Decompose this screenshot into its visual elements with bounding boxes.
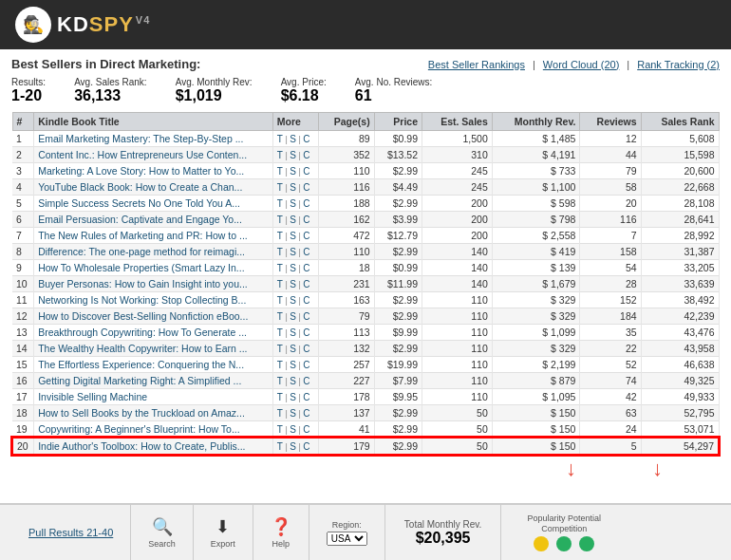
cell-num: 1 [12, 131, 34, 147]
cell-sales: 140 [422, 244, 493, 260]
region-select[interactable]: Region: USA [309, 505, 385, 560]
cell-sales: 1,500 [422, 131, 493, 147]
cell-price: $2.99 [374, 163, 422, 179]
category-label: Best Sellers in Direct Marketing: [11, 57, 200, 71]
table-row: 12 How to Discover Best-Selling Nonficti… [12, 308, 719, 325]
col-header-more: More [272, 113, 318, 131]
search-button[interactable]: 🔍 Search [131, 505, 194, 560]
cell-price: $2.99 [374, 438, 422, 455]
cell-title: The Effortless Experience: Conquering th… [34, 357, 273, 373]
competition-dot [579, 536, 594, 551]
help-label: Help [272, 539, 291, 549]
cell-reviews: 74 [580, 373, 641, 389]
table-row: 8 Difference: The one-page method for re… [12, 244, 719, 260]
cell-pages: 163 [318, 292, 374, 308]
arrow-indicators: ↓ ↓ [11, 457, 720, 481]
cell-sales: 140 [422, 276, 493, 292]
cell-title: YouTube Black Book: How to Create a Chan… [34, 179, 273, 196]
cell-title: How to Discover Best-Selling Nonfiction … [34, 308, 273, 325]
table-row: 2 Content Inc.: How Entrepreneurs Use Co… [12, 147, 719, 163]
cell-title: Buyer Personas: How to Gain Insight into… [34, 276, 273, 292]
cell-rank: 31,387 [641, 244, 719, 260]
col-header-price: Price [374, 113, 422, 131]
avg-rank-val: 36,133 [74, 87, 147, 104]
avg-reviews-label: Avg. No. Reviews: [355, 77, 433, 87]
cell-pages: 188 [318, 196, 374, 212]
cell-num: 8 [12, 244, 34, 260]
cell-reviews: 52 [580, 357, 641, 373]
cell-more: T | S | C [272, 212, 318, 228]
cell-rev: $ 2,558 [492, 228, 580, 244]
cell-num: 19 [12, 421, 34, 439]
rank-tracking-link[interactable]: Rank Tracking (2) [637, 59, 720, 70]
cell-more: T | S | C [272, 179, 318, 196]
cell-title: Getting Digital Marketing Right: A Simpl… [34, 373, 273, 389]
cell-sales: 110 [422, 389, 493, 405]
table-row: 6 Email Persuasion: Captivate and Engage… [12, 212, 719, 228]
cell-sales: 110 [422, 325, 493, 341]
col-header-num: # [12, 113, 34, 131]
cell-price: $9.95 [374, 389, 422, 405]
table-row: 15 The Effortless Experience: Conquering… [12, 357, 719, 373]
logo-icon: 🕵️ [15, 7, 51, 43]
cell-rank: 28,108 [641, 196, 719, 212]
cell-title: How To Wholesale Properties (Smart Lazy … [34, 260, 273, 276]
col-header-pages: Page(s) [318, 113, 374, 131]
cell-rank: 49,933 [641, 389, 719, 405]
cell-more: T | S | C [272, 438, 318, 455]
logo-v4: V4 [136, 14, 150, 26]
cell-pages: 110 [318, 244, 374, 260]
cell-sales: 50 [422, 405, 493, 421]
cell-reviews: 28 [580, 276, 641, 292]
cell-price: $3.99 [374, 212, 422, 228]
indicator-dots [534, 536, 594, 551]
cell-rev: $ 879 [492, 373, 580, 389]
cell-more: T | S | C [272, 244, 318, 260]
help-button[interactable]: ❓ Help [253, 505, 309, 560]
cell-more: T | S | C [272, 163, 318, 179]
cell-title: Simple Success Secrets No One Told You A… [34, 196, 273, 212]
pull-results-link[interactable]: Pull Results 21-40 [11, 505, 131, 560]
cell-reviews: 184 [580, 308, 641, 325]
cell-pages: 79 [318, 308, 374, 325]
export-button[interactable]: ⬇ Export [194, 505, 253, 560]
cell-price: $2.99 [374, 421, 422, 439]
word-cloud-link[interactable]: Word Cloud (20) [543, 59, 620, 70]
table-row: 9 How To Wholesale Properties (Smart Laz… [12, 260, 719, 276]
stat-avg-rev: Avg. Monthly Rev: $1,019 [176, 77, 253, 104]
cell-rev: $ 4,191 [492, 147, 580, 163]
category-name: Direct Marketing: [100, 57, 200, 71]
cell-more: T | S | C [272, 421, 318, 439]
cell-rev: $ 1,100 [492, 179, 580, 196]
cell-more: T | S | C [272, 373, 318, 389]
cell-price: $2.99 [374, 292, 422, 308]
region-dropdown[interactable]: USA [327, 532, 367, 546]
cell-rank: 28,641 [641, 212, 719, 228]
results-table: # Kindle Book Title More Page(s) Price E… [11, 112, 720, 456]
table-row: 13 Breakthrough Copywriting: How To Gene… [12, 325, 719, 341]
col-header-reviews: Reviews [580, 113, 641, 131]
cell-title: Invisible Selling Machine [34, 389, 273, 405]
cell-rank: 15,598 [641, 147, 719, 163]
cell-more: T | S | C [272, 260, 318, 276]
cell-pages: 137 [318, 405, 374, 421]
region-label: Region: [332, 520, 362, 530]
cell-num: 9 [12, 260, 34, 276]
cell-rank: 22,668 [641, 179, 719, 196]
logo-spy: SPY [89, 12, 134, 36]
cell-reviews: 22 [580, 341, 641, 357]
cell-num: 11 [12, 292, 34, 308]
cell-rev: $ 150 [492, 438, 580, 455]
cell-title: Indie Author's Toolbox: How to Create, P… [34, 438, 273, 455]
top-links: Best Seller Rankings | Word Cloud (20) |… [428, 59, 720, 70]
help-icon: ❓ [271, 516, 291, 537]
cell-num: 5 [12, 196, 34, 212]
cell-reviews: 24 [580, 421, 641, 439]
best-seller-link[interactable]: Best Seller Rankings [428, 59, 525, 70]
cell-rank: 33,639 [641, 276, 719, 292]
cell-pages: 18 [318, 260, 374, 276]
cell-price: $2.99 [374, 196, 422, 212]
main-content: Best Sellers in Direct Marketing: Best S… [0, 49, 731, 481]
cell-pages: 110 [318, 163, 374, 179]
table-row: 18 How to Sell Books by the Truckload on… [12, 405, 719, 421]
